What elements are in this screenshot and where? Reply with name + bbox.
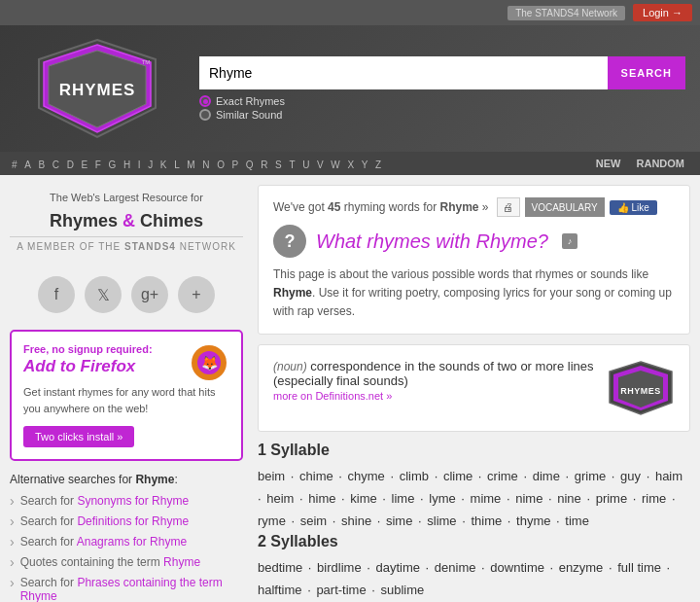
rhyme-word[interactable]: climb [400, 469, 429, 483]
alpha-letter-q[interactable]: Q [244, 159, 256, 171]
social-icons: f 𝕏 g+ + [10, 271, 243, 318]
rhyme-word[interactable]: hime [308, 491, 335, 506]
alpha-letter-l[interactable]: L [172, 159, 182, 171]
alpha-letter-r[interactable]: R [259, 159, 269, 171]
alpha-letter-x[interactable]: X [345, 159, 356, 171]
rhyme-word[interactable]: sime [386, 513, 412, 528]
rhyme-word[interactable]: dime [533, 469, 560, 483]
rhyme-word[interactable]: shine [341, 513, 371, 528]
alpha-letter-m[interactable]: M [185, 159, 196, 171]
facebook-icon[interactable]: f [38, 276, 75, 313]
rhyme-word[interactable]: thime [471, 513, 502, 528]
addon-box: Free, no signup required: Add to Firefox… [10, 330, 243, 461]
twitter-icon[interactable]: 𝕏 [85, 276, 122, 313]
rhyme-word[interactable]: guy [620, 469, 641, 483]
alt-search-link[interactable]: Anagrams for Rhyme [77, 535, 187, 549]
rhyme-word[interactable]: slime [427, 513, 456, 528]
word-separator: · [643, 469, 653, 483]
rhyme-word[interactable]: prime [596, 491, 628, 506]
facebook-like[interactable]: 👍 Like [610, 200, 657, 215]
rhyme-word[interactable]: sublime [381, 583, 425, 597]
count-text: We've got 45 rhyming words for Rhyme » [273, 200, 489, 214]
rhyme-word[interactable]: grime [575, 469, 607, 483]
install-button[interactable]: Two clicks install » [23, 426, 134, 447]
rhyme-word[interactable]: heim [266, 491, 294, 506]
alpha-letter-h[interactable]: H [122, 159, 132, 171]
alpha-letter-a[interactable]: A [22, 159, 33, 171]
rhyme-word[interactable]: haim [655, 469, 682, 483]
new-link[interactable]: NEW [590, 156, 627, 171]
alt-search-link[interactable]: Definitions for Rhyme [77, 514, 189, 528]
alpha-letter-w[interactable]: W [329, 159, 341, 171]
more-link[interactable]: more on Definitions.net » [273, 390, 392, 402]
rhyme-word[interactable]: beim [258, 469, 285, 483]
alpha-letter-t[interactable]: T [287, 159, 297, 171]
google-icon[interactable]: g+ [131, 276, 168, 313]
rhyme-word[interactable]: thyme [516, 513, 550, 528]
similar-sound-radio[interactable]: Similar Sound [199, 109, 685, 121]
syllable-section: 1 Syllablebeim · chime · chyme · climb ·… [258, 442, 690, 533]
search-button[interactable]: SEARCH [608, 56, 685, 89]
definition-content: correspondence in the sounds of two or m… [273, 359, 594, 388]
rhyme-word[interactable]: downtime [490, 560, 544, 575]
alt-search-link[interactable]: Rhyme [163, 555, 200, 569]
rhyme-word[interactable]: chyme [348, 469, 385, 483]
alt-searches-title: Alternative searches for Rhyme: [10, 473, 243, 486]
rhyme-word[interactable]: seim [300, 513, 327, 528]
rhyme-word[interactable]: kime [350, 491, 376, 506]
rhyme-word[interactable]: crime [487, 469, 518, 483]
alt-search-item: › Quotes containing the term Rhyme [10, 555, 243, 570]
alpha-letter-e[interactable]: E [80, 159, 90, 171]
rhyme-word[interactable]: lime [392, 491, 415, 506]
alpha-letter-p[interactable]: P [230, 159, 241, 171]
rhyme-word[interactable]: birdlime [317, 560, 362, 575]
alpha-letters: # A B C D E F G H I J K L M N O P Q R S … [10, 157, 383, 171]
alt-search-link[interactable]: Synonyms for Rhyme [77, 494, 189, 508]
alpha-letter-g[interactable]: G [107, 159, 119, 171]
rhyme-word[interactable]: enzyme [559, 560, 604, 575]
rhyme-word[interactable]: chime [299, 469, 333, 483]
alpha-letter-k[interactable]: K [158, 159, 169, 171]
rhyme-word[interactable]: bedtime [258, 560, 302, 575]
alpha-letter-j[interactable]: J [146, 159, 155, 171]
rhyme-word[interactable]: time [565, 513, 589, 528]
alpha-letter-c[interactable]: C [51, 159, 61, 171]
rhyme-word[interactable]: nime [515, 491, 542, 506]
alpha-letter-b[interactable]: B [36, 159, 47, 171]
rhyme-word[interactable]: clime [443, 469, 472, 483]
rhyme-word[interactable]: denime [435, 560, 476, 575]
toolbar-icons: 🖨 VOCABULARY 👍 Like [497, 197, 657, 217]
alpha-letter-u[interactable]: U [300, 159, 311, 171]
rhyme-word[interactable]: mime [471, 491, 502, 506]
alpha-letter-v[interactable]: V [315, 159, 326, 171]
rhyme-word[interactable]: halftime [258, 583, 302, 597]
word-separator: · [304, 583, 315, 597]
vocab-button[interactable]: VOCABULARY [525, 197, 605, 217]
rhyme-word[interactable]: nine [557, 491, 581, 506]
alpha-letter-i[interactable]: I [136, 159, 143, 171]
exact-rhymes-radio[interactable]: Exact Rhymes [199, 95, 685, 107]
random-link[interactable]: RANDOM [631, 156, 691, 171]
alpha-letter-s[interactable]: S [273, 159, 284, 171]
sound-icon[interactable]: ♪ [562, 233, 578, 249]
rhyme-word[interactable]: ryme [258, 513, 286, 528]
alt-search-link[interactable]: Phrases containing the term Rhyme [20, 576, 223, 602]
rhyme-word[interactable]: rime [642, 491, 666, 506]
alpha-letter-n[interactable]: N [200, 159, 211, 171]
alpha-letter-y[interactable]: Y [360, 159, 370, 171]
alpha-letter-#[interactable]: # [10, 159, 19, 171]
login-button[interactable]: Login → [633, 4, 692, 21]
print-icon[interactable]: 🖨 [497, 197, 520, 217]
plus-icon[interactable]: + [178, 276, 215, 313]
alpha-letter-f[interactable]: F [93, 159, 103, 171]
alpha-letter-z[interactable]: Z [373, 159, 383, 171]
rhyme-word[interactable]: part-time [316, 583, 366, 597]
rhyme-word[interactable]: full time [617, 560, 661, 575]
search-input[interactable] [199, 56, 608, 89]
rhyme-word[interactable]: daytime [375, 560, 420, 575]
definition-text: (noun) correspondence in the sounds of t… [273, 359, 595, 403]
alpha-letter-o[interactable]: O [215, 159, 227, 171]
alpha-letter-d[interactable]: D [65, 159, 76, 171]
network-badge: The STANDS4 Network [508, 6, 625, 20]
rhyme-word[interactable]: lyme [429, 491, 455, 506]
